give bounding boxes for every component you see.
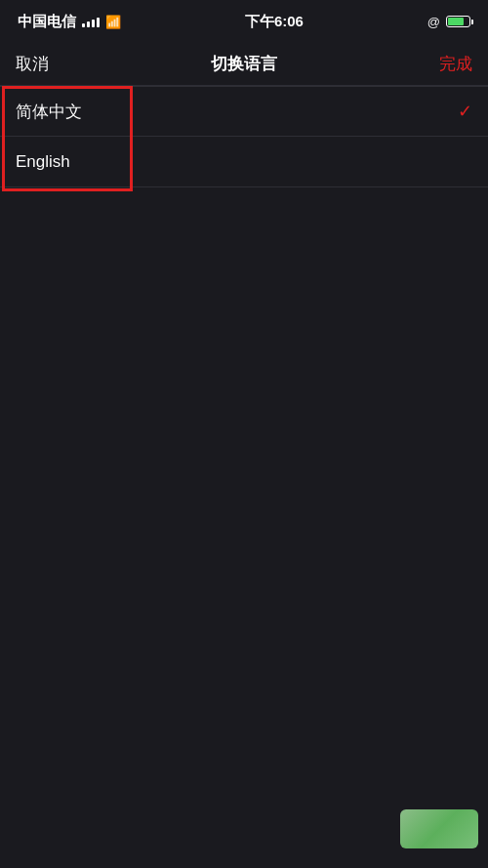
hotspot-icon: @ bbox=[427, 15, 440, 29]
bottom-watermark bbox=[400, 809, 478, 848]
status-bar-right: @ bbox=[427, 15, 470, 29]
checkmark-icon: ✓ bbox=[458, 101, 472, 122]
done-button[interactable]: 完成 bbox=[414, 53, 472, 75]
status-bar: 中国电信 📶 下午6:06 @ bbox=[0, 0, 488, 43]
wifi-icon: 📶 bbox=[105, 15, 121, 29]
time-label: 下午6:06 bbox=[245, 13, 304, 31]
cancel-button[interactable]: 取消 bbox=[16, 53, 74, 75]
battery-icon bbox=[446, 16, 470, 27]
battery-container bbox=[446, 16, 470, 27]
carrier-label: 中国电信 bbox=[18, 13, 76, 31]
signal-icon bbox=[82, 16, 100, 27]
nav-bar: 取消 切换语言 完成 bbox=[0, 43, 488, 86]
status-bar-left: 中国电信 📶 bbox=[18, 13, 121, 31]
battery-fill bbox=[448, 18, 464, 25]
language-item-english[interactable]: English bbox=[0, 137, 488, 187]
language-list: 简体中文 ✓ English bbox=[0, 86, 488, 187]
language-label-chinese: 简体中文 bbox=[16, 101, 82, 123]
language-item-chinese[interactable]: 简体中文 ✓ bbox=[0, 86, 488, 137]
content: 简体中文 ✓ English bbox=[0, 86, 488, 187]
nav-title: 切换语言 bbox=[211, 53, 277, 75]
language-label-english: English bbox=[16, 152, 70, 172]
